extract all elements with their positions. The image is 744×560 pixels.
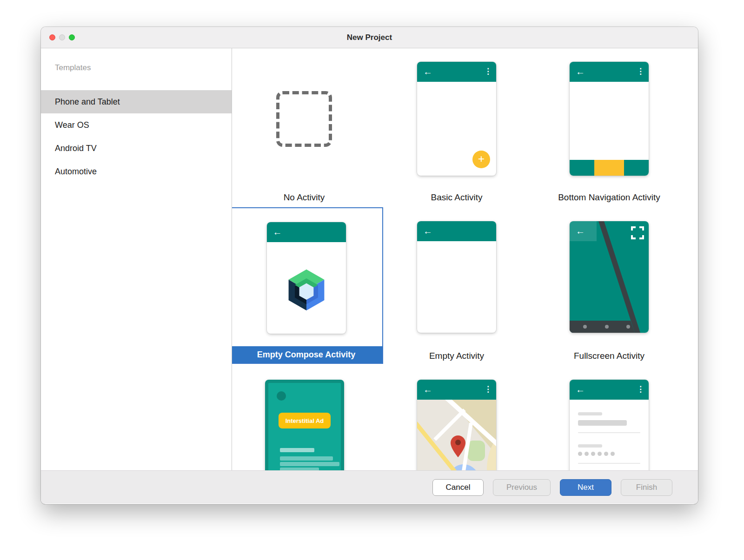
template-grid: No Activity ← ⋮ + Basic Activity ← ⋮ (232, 48, 698, 470)
selected-template-label: Empty Compose Activity (232, 346, 382, 363)
no-activity-placeholder-icon (276, 91, 332, 147)
template-card-empty-compose-activity-selected[interactable]: ← Empty Compose Activity (232, 207, 383, 364)
fullscreen-preview-art (570, 221, 649, 333)
template-card-login-activity[interactable]: ← ⋮ (570, 380, 649, 470)
sidebar-item-android-tv[interactable]: Android TV (41, 137, 232, 160)
template-label: No Activity (232, 192, 383, 203)
sidebar-item-automotive[interactable]: Automotive (41, 160, 232, 183)
dialog-footer: Cancel Previous Next Finish (41, 470, 698, 504)
bottom-nav-bar (570, 160, 649, 176)
dialog-title: New Project (347, 33, 392, 42)
login-form-preview (570, 400, 649, 470)
finish-button: Finish (621, 479, 672, 496)
map-preview-art (417, 400, 496, 470)
next-button[interactable]: Next (560, 479, 611, 496)
previous-button: Previous (493, 479, 551, 496)
overflow-menu-icon: ⋮ (637, 66, 644, 77)
interstitial-ad-badge: Interstitial Ad (279, 413, 331, 428)
jetpack-compose-logo (284, 267, 329, 311)
fullscreen-activity-preview: ← (570, 221, 649, 333)
template-label: Empty Activity (378, 351, 536, 361)
titlebar: New Project (41, 27, 698, 48)
back-arrow-icon: ← (423, 384, 432, 395)
minimize-window-button (59, 34, 65, 40)
sidebar-item-phone-and-tablet[interactable]: Phone and Tablet (41, 90, 232, 113)
template-card-ads-activity[interactable]: Interstitial Ad (265, 380, 344, 470)
basic-activity-preview: ← ⋮ + (417, 62, 496, 176)
fab-plus-icon: + (472, 151, 490, 168)
template-label: Basic Activity (378, 192, 536, 203)
close-window-button[interactable] (49, 34, 55, 40)
empty-compose-activity-preview: ← (267, 222, 346, 334)
back-arrow-icon: ← (423, 66, 432, 77)
template-label: Bottom Navigation Activity (530, 192, 688, 203)
template-label: Fullscreen Activity (530, 351, 688, 361)
password-dots (578, 452, 615, 456)
overflow-menu-icon: ⋮ (637, 384, 644, 395)
overflow-menu-icon: ⋮ (484, 66, 492, 77)
back-arrow-icon: ← (576, 66, 585, 77)
back-arrow-icon: ← (576, 225, 585, 237)
back-arrow-icon: ← (273, 226, 282, 237)
zoom-window-button[interactable] (69, 34, 75, 40)
ad-avatar-dot (277, 391, 286, 401)
bottom-navigation-activity-preview: ← ⋮ (570, 62, 649, 176)
traffic-lights (49, 27, 75, 48)
back-arrow-icon: ← (423, 225, 432, 237)
cancel-button[interactable]: Cancel (432, 479, 484, 496)
overflow-menu-icon: ⋮ (484, 384, 492, 395)
template-card-maps-activity[interactable]: ← ⋮ (417, 380, 496, 470)
back-arrow-icon: ← (576, 384, 585, 395)
sidebar-header: Templates (55, 62, 232, 73)
sidebar-item-wear-os[interactable]: Wear OS (41, 113, 232, 137)
templates-sidebar: Templates Phone and Tablet Wear OS Andro… (41, 48, 232, 470)
empty-activity-preview: ← (417, 221, 496, 333)
new-project-dialog: New Project Templates Phone and Tablet W… (41, 27, 698, 504)
